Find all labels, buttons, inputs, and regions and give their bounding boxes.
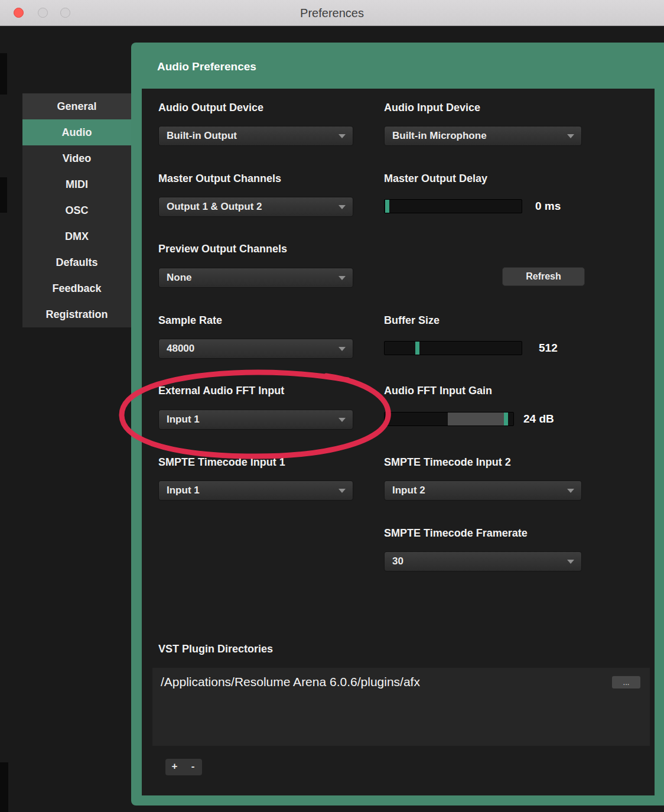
vst-plugin-directories-label: VST Plugin Directories	[158, 643, 273, 655]
sidebar: General Audio Video MIDI OSC DMX Default…	[22, 93, 131, 327]
external-audio-fft-input-dropdown[interactable]: Input 1	[158, 410, 353, 430]
slider-handle[interactable]	[415, 342, 419, 355]
audio-input-device-label: Audio Input Device	[384, 102, 480, 114]
audio-settings-content: Audio Output Device Built-in Output Audi…	[142, 89, 655, 795]
buffer-size-slider[interactable]	[384, 341, 522, 355]
sample-rate-dropdown[interactable]: 48000	[158, 339, 353, 359]
titlebar: Preferences	[0, 0, 664, 26]
browse-button[interactable]: ...	[612, 676, 640, 688]
audio-input-device-value: Built-in Microphone	[392, 130, 567, 142]
background-texture	[0, 762, 8, 812]
external-audio-fft-input-label: External Audio FFT Input	[158, 385, 284, 397]
master-output-channels-value: Output 1 & Output 2	[167, 201, 338, 213]
chevron-down-icon	[338, 134, 346, 138]
smpte-timecode-input-1-dropdown[interactable]: Input 1	[158, 480, 353, 501]
audio-output-device-value: Built-in Output	[167, 130, 338, 142]
audio-output-device-label: Audio Output Device	[158, 102, 263, 114]
sidebar-item-defaults[interactable]: Defaults	[22, 249, 131, 275]
preview-output-channels-value: None	[167, 272, 338, 284]
sample-rate-value: 48000	[167, 343, 338, 355]
preview-output-channels-dropdown[interactable]: None	[158, 268, 353, 288]
master-output-delay-slider[interactable]	[384, 199, 522, 213]
smpte-timecode-input-2-value: Input 2	[392, 485, 567, 496]
chevron-down-icon	[338, 347, 346, 351]
chevron-down-icon	[338, 489, 346, 493]
sidebar-item-registration[interactable]: Registration	[22, 301, 131, 327]
buffer-size-label: Buffer Size	[384, 314, 440, 327]
preview-output-channels-label: Preview Output Channels	[158, 243, 287, 255]
chevron-down-icon	[567, 489, 574, 493]
audio-input-device-dropdown[interactable]: Built-in Microphone	[384, 126, 582, 146]
master-output-channels-dropdown[interactable]: Output 1 & Output 2	[158, 197, 353, 217]
slider-fill	[448, 413, 504, 426]
external-audio-fft-input-value: Input 1	[167, 414, 338, 426]
slider-handle[interactable]	[504, 413, 508, 426]
smpte-timecode-framerate-value: 30	[392, 556, 567, 567]
smpte-timecode-input-2-label: SMPTE Timecode Input 2	[384, 456, 511, 469]
window-title: Preferences	[0, 0, 664, 26]
add-directory-button[interactable]: +	[165, 759, 184, 775]
sidebar-item-general[interactable]: General	[22, 93, 131, 119]
background-texture	[0, 177, 7, 213]
smpte-timecode-framerate-label: SMPTE Timecode Framerate	[384, 527, 528, 540]
slider-handle[interactable]	[385, 200, 389, 213]
audio-output-device-dropdown[interactable]: Built-in Output	[158, 126, 353, 146]
master-output-channels-label: Master Output Channels	[158, 173, 281, 185]
master-output-delay-value: 0 ms	[535, 200, 561, 213]
smpte-timecode-framerate-dropdown[interactable]: 30	[384, 551, 582, 571]
refresh-button[interactable]: Refresh	[502, 267, 585, 286]
vst-plugin-path[interactable]: /Applications/Resolume Arena 6.0.6/plugi…	[161, 675, 420, 689]
smpte-timecode-input-1-label: SMPTE Timecode Input 1	[158, 456, 285, 469]
audio-fft-input-gain-label: Audio FFT Input Gain	[384, 385, 492, 397]
sidebar-item-audio[interactable]: Audio	[22, 119, 131, 145]
sidebar-item-feedback[interactable]: Feedback	[22, 275, 131, 301]
audio-fft-input-gain-value: 24 dB	[523, 413, 554, 426]
audio-preferences-panel: Audio Preferences Audio Output Device Bu…	[131, 43, 664, 805]
smpte-timecode-input-2-dropdown[interactable]: Input 2	[384, 480, 582, 501]
master-output-delay-label: Master Output Delay	[384, 173, 487, 185]
sidebar-item-video[interactable]: Video	[22, 145, 131, 171]
smpte-timecode-input-1-value: Input 1	[167, 485, 338, 496]
directory-add-remove-group: + -	[165, 759, 202, 775]
panel-title: Audio Preferences	[157, 60, 256, 73]
chevron-down-icon	[567, 560, 574, 564]
sample-rate-label: Sample Rate	[158, 314, 222, 327]
remove-directory-button[interactable]: -	[184, 759, 202, 775]
preferences-window: Preferences Audio Preferences Audio Outp…	[0, 0, 664, 812]
audio-fft-input-gain-slider[interactable]	[384, 412, 514, 426]
sidebar-item-midi[interactable]: MIDI	[22, 171, 131, 197]
chevron-down-icon	[338, 205, 346, 209]
sidebar-item-osc[interactable]: OSC	[22, 197, 131, 223]
background-texture	[0, 53, 7, 95]
sidebar-item-dmx[interactable]: DMX	[22, 223, 131, 249]
chevron-down-icon	[338, 276, 346, 280]
vst-plugin-directories-list[interactable]: /Applications/Resolume Arena 6.0.6/plugi…	[152, 668, 650, 746]
chevron-down-icon	[567, 134, 574, 138]
chevron-down-icon	[338, 418, 346, 422]
buffer-size-value: 512	[539, 342, 558, 355]
